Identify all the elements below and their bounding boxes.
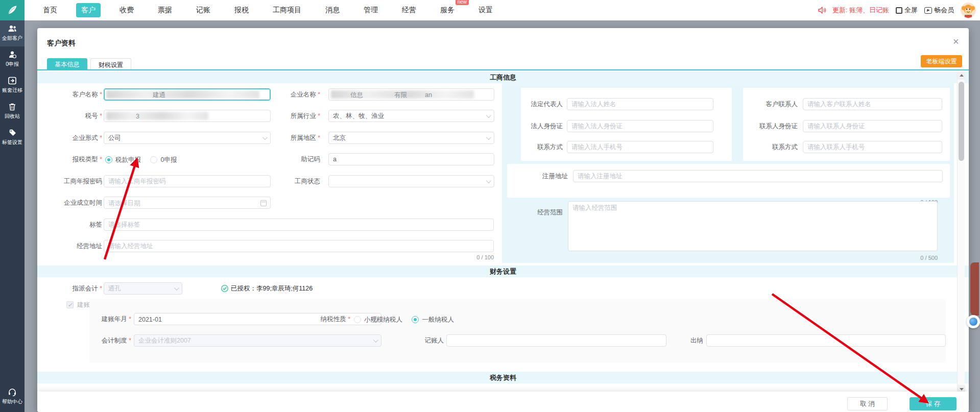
sidebar-item-account-migration[interactable]: 账套迁移 [0,72,25,99]
close-icon[interactable]: × [953,36,959,46]
user-avatar[interactable] [961,3,976,18]
nav-business-projects[interactable]: 工商项目 [268,3,306,17]
save-button[interactable]: 保 存 [910,397,957,410]
accounting-standard-select[interactable]: 企业会计准则2007 [134,334,381,347]
nav-home[interactable]: 首页 [38,3,62,17]
radio-label[interactable]: 0申报 [160,156,177,163]
contact-id-input[interactable] [803,120,942,132]
calendar-icon [260,200,267,206]
modal-scrollbar[interactable] [957,71,965,393]
scrollbar-thumb[interactable] [959,82,964,161]
legal-phone-input[interactable] [567,141,713,153]
setup-account-label: 建账 [77,300,90,309]
tab-finance-tax-settings[interactable]: 财税设置 [90,58,131,70]
fullscreen-button[interactable]: 全屏 [896,6,918,15]
nav-settings[interactable]: 设置 [473,3,498,17]
radio-general-taxpayer[interactable] [412,316,419,323]
nav-operations[interactable]: 经营 [397,3,421,17]
bookkeeper-input[interactable] [446,334,666,347]
industry-select[interactable]: 农、林、牧、渔业 [328,110,494,122]
field-label: 联系人身份证 [743,120,798,132]
redacted-fragment: 信息 [350,89,363,101]
reg-address-input[interactable] [573,170,943,182]
radio-zero-filing[interactable] [150,156,157,163]
cashier-input[interactable] [706,334,946,347]
tax-no-input[interactable]: 3 [104,110,271,122]
boss-settings-button[interactable]: 老板端设置 [921,55,962,67]
scroll-up-button[interactable] [958,71,965,80]
company-name-input[interactable]: 信息 有限 an [328,88,494,101]
update-notice[interactable]: 更新: 账簿、日记账 [832,6,889,15]
authorized-text: 已授权：李99;章辰琦;何1126 [231,284,313,293]
sidebar-item-all-customers[interactable]: 全部客户 [0,20,25,46]
legal-name-input[interactable] [567,98,713,110]
sidebar: 全部客户 0申报 账套迁移 回收站 标签设置 帮助中心 [0,20,25,412]
field-label: 经营范围 [516,206,563,219]
accountant-select[interactable]: 通孔 [104,282,182,295]
nav-management[interactable]: 管理 [358,3,383,17]
customer-contact-box: 客户联系人 联系人身份证 联系方式 [743,88,950,161]
chevron-down-icon [174,285,179,290]
sidebar-item-zero-filing[interactable]: 0申报 [0,46,25,72]
established-date-input[interactable]: 请选择日期 [104,197,271,209]
field-label: 企业形式 [37,132,102,144]
radio-label[interactable]: 一般纳税人 [422,316,454,323]
chevron-down-icon [486,113,491,118]
side-float-widget[interactable] [970,262,979,316]
tags-input[interactable] [104,219,494,231]
legal-id-input[interactable] [567,120,713,132]
field-label: 助记码 [257,153,320,165]
nav-invoices[interactable]: 票据 [153,3,177,17]
trash-icon [8,103,16,111]
business-scope-textarea[interactable] [568,201,938,251]
select-value: 通孔 [108,284,121,293]
nav-customers[interactable]: 客户 [76,3,101,17]
nav-tax-filing[interactable]: 报税 [229,3,254,17]
business-address-input[interactable] [104,240,494,252]
redacted-fragment: 有限 [394,89,407,101]
business-address-counter: 0 / 100 [392,254,494,260]
nav-bookkeeping[interactable]: 记账 [191,3,216,17]
authorized-status: 已授权：李99;章辰琦;何1126 [221,282,313,295]
nav-services[interactable]: 服务new [435,3,460,17]
company-type-select[interactable]: 公司 [104,132,271,144]
account-setup-panel [89,299,946,362]
new-badge: new [456,0,469,5]
field-label: 所属地区 [257,132,320,144]
contact-phone-input[interactable] [803,141,942,153]
sidebar-item-recycle-bin[interactable]: 回收站 [0,99,25,125]
nav-fees[interactable]: 收费 [114,3,139,17]
sidebar-item-tag-settings[interactable]: 标签设置 [0,125,25,151]
monkey-avatar-icon [961,3,976,18]
setup-account-checkbox[interactable] [66,301,74,308]
app-logo[interactable] [0,0,25,20]
side-float-badge[interactable] [967,315,980,328]
cancel-button[interactable]: 取 消 [847,397,888,410]
radio-label[interactable]: 税款申报 [115,156,141,163]
sidebar-item-help-center[interactable]: 帮助中心 [0,384,25,410]
customer-name-input[interactable]: 建通 [104,88,271,101]
field-label: 企业成立时间 [37,197,102,209]
region-select[interactable]: 北京 [328,132,494,144]
field-label: 工商年报密码 [37,175,102,187]
field-label: 注册地址 [521,170,568,182]
radio-tax-filing[interactable] [105,156,112,163]
field-label: 记账人 [415,334,444,347]
modal-footer: 取 消 保 存 [37,392,969,412]
radio-small-scale-taxpayer[interactable] [354,316,361,323]
nav-messages[interactable]: 消息 [320,3,345,17]
contact-name-input[interactable] [803,98,942,110]
mnemonic-input[interactable] [328,153,494,165]
redacted-fragment: an [425,89,432,101]
member-button[interactable]: ▶畅会员 [924,6,954,15]
annual-report-pwd-input[interactable] [104,175,271,187]
biz-status-select[interactable] [328,175,494,187]
topbar: 首页 客户 收费 票据 记账 报税 工商项目 消息 管理 经营 服务new 设置… [0,0,980,20]
tab-basic-info[interactable]: 基本信息 [47,58,87,70]
select-value: 北京 [333,134,346,142]
field-label: 客户联系人 [743,98,798,110]
users-icon [8,25,17,33]
radio-label[interactable]: 小规模纳税人 [364,316,402,323]
person-report-icon [8,51,17,59]
field-label: 客户名称 [37,88,102,101]
